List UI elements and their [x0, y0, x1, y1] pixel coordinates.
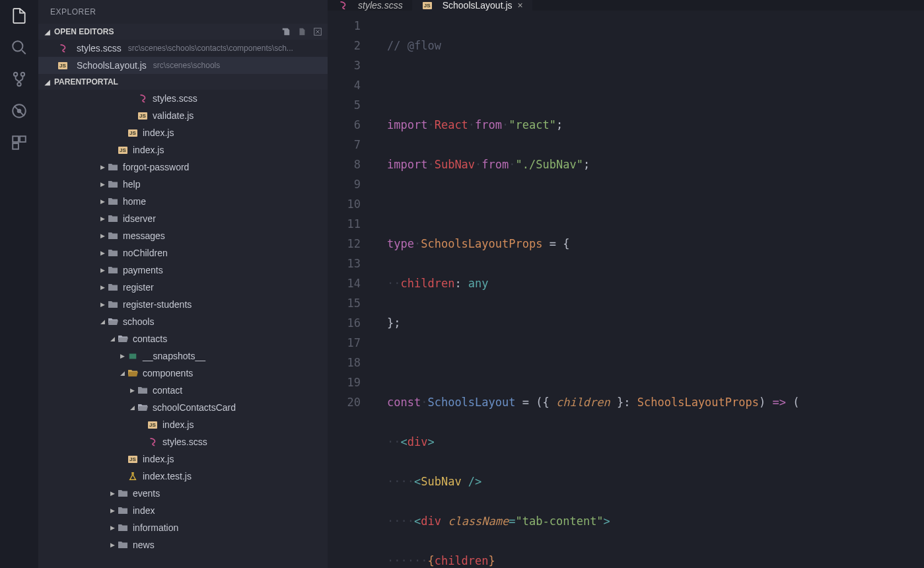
- debug-icon[interactable]: [10, 102, 28, 120]
- tree-item[interactable]: ▶register: [38, 279, 328, 296]
- line-number: 7: [328, 135, 361, 155]
- editor-tab[interactable]: styles.scss: [328, 0, 412, 11]
- file-icon: JS: [127, 456, 139, 463]
- code-token: div: [421, 515, 441, 528]
- line-number: 17: [328, 333, 361, 353]
- tree-item[interactable]: ▶news: [38, 536, 328, 553]
- line-number: 9: [328, 174, 361, 194]
- code-content[interactable]: // @flow import·React·from·"react"; impo…: [375, 16, 924, 568]
- code-token: />: [462, 475, 482, 488]
- code-token: :: [454, 277, 468, 290]
- folder-icon: [107, 266, 119, 275]
- folder-icon: [107, 231, 119, 240]
- tree-item[interactable]: ▶home: [38, 193, 328, 210]
- close-icon[interactable]: ×: [518, 0, 523, 11]
- code-editor[interactable]: 1234567891011121314151617181920 // @flow…: [328, 11, 924, 568]
- tree-item[interactable]: ▶payments: [38, 262, 328, 279]
- code-token: import: [387, 158, 427, 171]
- line-number-gutter: 1234567891011121314151617181920: [328, 16, 375, 568]
- code-token: SubNav: [435, 158, 475, 171]
- tree-item[interactable]: ◢contacts: [38, 330, 328, 347]
- code-token: <: [400, 435, 407, 448]
- tree-item[interactable]: JSvalidate.js: [38, 107, 328, 124]
- tree-item[interactable]: JSindex.js: [38, 124, 328, 141]
- code-token: ): [759, 396, 772, 409]
- tree-item[interactable]: ▶contact: [38, 382, 328, 399]
- tree-item[interactable]: ◢schools: [38, 313, 328, 330]
- extensions-icon[interactable]: [10, 133, 28, 152]
- open-editors-header[interactable]: ◢ OPEN EDITORS: [38, 24, 328, 40]
- tree-item[interactable]: JSindex.js: [38, 416, 328, 433]
- tree-item-label: index.js: [162, 419, 194, 430]
- folder-icon: [137, 386, 149, 395]
- tree-item[interactable]: ▶messages: [38, 227, 328, 244]
- svg-point-0: [13, 41, 22, 51]
- chevron-right-icon: ▶: [98, 232, 107, 239]
- code-token: =: [509, 515, 515, 528]
- tree-item[interactable]: ▶forgot-password: [38, 159, 328, 176]
- tree-item[interactable]: ▶events: [38, 485, 328, 502]
- tree-item[interactable]: styles.scss: [38, 90, 328, 107]
- chevron-down-icon: ◢: [98, 318, 107, 325]
- explorer-icon[interactable]: [10, 7, 28, 25]
- open-editor-item[interactable]: styles.scsssrc\scenes\schools\contacts\c…: [38, 40, 328, 57]
- tree-item[interactable]: ◢components: [38, 365, 328, 382]
- svg-point-1: [14, 73, 17, 76]
- code-token: const: [387, 396, 421, 409]
- tree-item[interactable]: index.test.js: [38, 468, 328, 485]
- code-token: "./SubNav": [516, 158, 583, 171]
- tree-item[interactable]: ▶information: [38, 519, 328, 536]
- new-file-icon[interactable]: [297, 27, 306, 36]
- code-token: ····: [387, 515, 414, 528]
- code-token: ··: [387, 277, 400, 290]
- tree-item[interactable]: JSindex.js: [38, 141, 328, 159]
- code-token: "react": [509, 118, 556, 131]
- folder-icon: [107, 162, 119, 172]
- file-icon: [127, 351, 139, 361]
- open-editor-item[interactable]: JSSchoolsLayout.jssrc\scenes\schools: [38, 57, 328, 74]
- line-number: 8: [328, 155, 361, 174]
- code-token: };: [387, 316, 400, 330]
- tree-item[interactable]: ▶idserver: [38, 210, 328, 227]
- open-editors-actions: [281, 27, 322, 36]
- close-all-icon[interactable]: [313, 27, 322, 36]
- tree-item-label: components: [143, 368, 193, 378]
- tree-item[interactable]: styles.scss: [38, 433, 328, 450]
- svg-rect-7: [20, 136, 26, 142]
- code-token: = {: [542, 237, 569, 250]
- tree-item-label: register-students: [123, 299, 192, 310]
- editor-tab[interactable]: JSSchoolsLayout.js×: [412, 0, 532, 11]
- open-editors-list: styles.scsssrc\scenes\schools\contacts\c…: [38, 40, 328, 74]
- chevron-right-icon: ▶: [98, 215, 107, 222]
- file-icon: JS: [57, 62, 69, 69]
- folder-icon: [117, 506, 129, 515]
- chevron-right-icon: ▶: [98, 301, 107, 308]
- folder-icon: [107, 248, 119, 258]
- folder-icon: [117, 489, 129, 498]
- tree-item[interactable]: ◢schoolContactsCard: [38, 399, 328, 416]
- tab-label: styles.scss: [358, 0, 403, 11]
- project-header[interactable]: ◢ PARENTPORTAL: [38, 74, 328, 90]
- folder-icon: [107, 214, 119, 223]
- line-number: 15: [328, 293, 361, 313]
- tree-item[interactable]: ▶__snapshots__: [38, 347, 328, 365]
- code-token: type: [387, 237, 414, 250]
- source-control-icon[interactable]: [10, 70, 28, 89]
- tree-item[interactable]: ▶index: [38, 502, 328, 519]
- code-token: // @flow: [387, 39, 441, 52]
- tree-item[interactable]: ▶register-students: [38, 296, 328, 313]
- chevron-down-icon: ◢: [108, 336, 117, 342]
- tree-item[interactable]: ▶noChildren: [38, 244, 328, 262]
- file-icon: JS: [137, 112, 149, 120]
- chevron-right-icon: ▶: [98, 284, 107, 291]
- tree-item[interactable]: ▶help: [38, 176, 328, 193]
- code-token: from: [481, 158, 509, 171]
- chevron-down-icon: ◢: [44, 79, 52, 86]
- search-icon[interactable]: [10, 38, 28, 57]
- save-all-icon[interactable]: [281, 27, 291, 36]
- file-icon: JS: [147, 421, 159, 429]
- code-token: children: [435, 554, 489, 567]
- chevron-right-icon: ▶: [127, 387, 137, 394]
- chevron-right-icon: ▶: [108, 542, 117, 548]
- tree-item[interactable]: JSindex.js: [38, 450, 328, 468]
